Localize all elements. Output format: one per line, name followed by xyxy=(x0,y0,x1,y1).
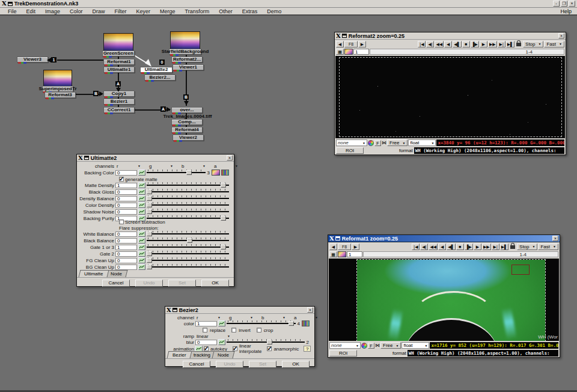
value-field[interactable]: 0 xyxy=(115,265,137,270)
channel-select-r[interactable]: r▼ xyxy=(115,164,142,169)
free-select[interactable]: Free▼ xyxy=(387,139,408,146)
value-field[interactable]: 0 xyxy=(115,258,137,263)
f8-button[interactable]: F8 xyxy=(338,243,351,250)
node-ultimatte2[interactable]: Ultimatte2 xyxy=(140,67,172,73)
lock-icon[interactable] xyxy=(516,43,521,46)
panel-titlebar[interactable]: X Ultimatte2 × xyxy=(77,155,234,162)
transport-button[interactable]: ■ xyxy=(462,41,470,47)
colorwheel-icon[interactable] xyxy=(368,140,374,146)
timeline[interactable]: 1-4 xyxy=(370,49,564,55)
tab-bezier[interactable]: Bezier xyxy=(167,351,192,358)
slider[interactable] xyxy=(147,231,229,237)
slider[interactable] xyxy=(147,237,229,243)
channel-select-r[interactable]: r▼ xyxy=(195,315,222,320)
f-button[interactable]: F xyxy=(368,343,374,349)
slider[interactable] xyxy=(147,257,229,263)
node-superimposedtr[interactable]: SuperimposedTr xyxy=(42,86,73,92)
transport-button[interactable]: ▶▶ xyxy=(482,243,491,250)
slider-handle[interactable] xyxy=(147,196,152,201)
greenscreen-viewport[interactable]: WH (Wor xyxy=(329,259,559,341)
transport-button[interactable]: ▶ xyxy=(474,243,481,250)
slider[interactable] xyxy=(147,170,206,176)
transport-button[interactable]: ▶ xyxy=(480,41,487,47)
thumbnail-icon[interactable] xyxy=(338,251,346,257)
close-icon[interactable]: × xyxy=(307,307,313,313)
ultimatte2-panel[interactable]: X Ultimatte2 × channels r▼g▼b▼a▼ Backing… xyxy=(76,154,234,287)
transport-button[interactable]: ▶| xyxy=(492,243,499,250)
curve-button[interactable] xyxy=(138,209,145,215)
transport-button[interactable]: ◀▌ xyxy=(447,243,455,250)
slider[interactable] xyxy=(147,209,229,215)
set-button[interactable]: Set xyxy=(249,361,276,368)
slider[interactable] xyxy=(147,264,229,270)
transport-button[interactable]: ▶▶ xyxy=(488,41,497,47)
transport-button[interactable]: ▶▌ xyxy=(500,243,508,250)
undo-button[interactable]: Undo xyxy=(135,280,163,287)
close-icon[interactable]: × xyxy=(558,33,564,38)
lut-select[interactable]: none▼ xyxy=(336,139,367,146)
lut-select[interactable]: none▼ xyxy=(329,342,361,349)
slider-handle[interactable] xyxy=(147,258,152,263)
slider-handle[interactable] xyxy=(147,265,152,269)
slider-handle[interactable] xyxy=(288,321,294,326)
bezier2-panel[interactable]: X Bezier2 × channel r▼g▼b▼a▼ color 1 4 r… xyxy=(165,306,315,367)
colorwheel-icon[interactable] xyxy=(361,343,367,349)
datatype-select[interactable]: float▼ xyxy=(408,139,436,146)
node-starfieldbackground[interactable]: StarfieldBackground xyxy=(169,49,201,55)
viewer-titlebar[interactable]: X Reformat2 zoom=0.25 × xyxy=(335,32,566,40)
next-view-button[interactable]: ▶ xyxy=(352,243,359,250)
transport-button[interactable]: ◀▌ xyxy=(453,41,461,47)
grid-button[interactable] xyxy=(221,170,229,176)
transport-button[interactable]: ◀| xyxy=(420,243,428,250)
node-comp[interactable]: Comp... xyxy=(171,119,203,125)
frame-field[interactable]: 1 xyxy=(353,49,369,55)
next-view-button[interactable]: ▶ xyxy=(358,41,366,47)
node-reformat3[interactable]: Reformat3 xyxy=(44,92,76,98)
viewer-window-reformat2[interactable]: X Reformat2 zoom=0.25 × ◀ F8 ▶ |◀◀|◀◀◀◀▌… xyxy=(334,32,566,155)
slider-handle[interactable] xyxy=(186,170,192,175)
slider-handle[interactable] xyxy=(147,231,152,236)
value-field[interactable]: 0 xyxy=(115,251,137,257)
grid-button[interactable] xyxy=(302,320,310,326)
value-field[interactable]: 0 xyxy=(115,170,137,176)
playback-speed-select[interactable]: Fast▼ xyxy=(538,243,558,250)
panel-titlebar[interactable]: X Bezier2 × xyxy=(165,307,314,314)
value-field[interactable]: 0 xyxy=(115,196,137,201)
transport-button[interactable]: ◀| xyxy=(426,41,434,47)
slider-handle[interactable] xyxy=(221,245,226,250)
transport-button[interactable]: ▐▶ xyxy=(465,243,473,250)
thumbnail-icon[interactable] xyxy=(344,49,353,55)
slider[interactable] xyxy=(147,195,229,201)
value-field[interactable]: 0 xyxy=(115,231,137,237)
slider[interactable] xyxy=(227,320,296,326)
slider-handle[interactable] xyxy=(147,209,152,214)
slider-handle[interactable] xyxy=(147,251,152,256)
ramp-select[interactable]: linear▼ xyxy=(195,334,231,339)
generate-matte-checkbox[interactable] xyxy=(119,177,124,182)
roi-button[interactable]: ROI xyxy=(336,147,364,154)
starfield-viewport[interactable] xyxy=(335,56,565,138)
curve-button[interactable] xyxy=(138,237,145,243)
stop-select[interactable]: Stop▼ xyxy=(523,41,543,47)
node-over[interactable]: over... xyxy=(171,107,203,113)
help-button[interactable]: ? xyxy=(304,346,311,352)
transport-button[interactable]: |◀ xyxy=(412,243,420,250)
channel-select-g[interactable]: g▼ xyxy=(148,164,174,169)
node-greenscreen[interactable]: GreenScreen xyxy=(102,51,135,57)
slider-handle[interactable] xyxy=(147,189,152,194)
transport-button[interactable]: |◀ xyxy=(418,41,426,47)
ok-button[interactable]: OK xyxy=(201,280,229,287)
channel-select-b[interactable]: b▼ xyxy=(260,315,287,320)
transport-button[interactable]: ◀ xyxy=(438,243,446,250)
channel-select-b[interactable]: b▼ xyxy=(180,164,207,169)
node-viewer3[interactable]: Viewer3 xyxy=(17,57,48,63)
node-bezier1[interactable]: Bezier1 xyxy=(103,99,135,105)
playback-speed-select[interactable]: Fast▼ xyxy=(544,41,564,47)
cancel-button[interactable]: Cancel xyxy=(102,280,130,287)
value-field[interactable]: 1 xyxy=(115,183,137,188)
transport-button[interactable]: ▶▌ xyxy=(506,41,514,47)
stop-select[interactable]: Stop▼ xyxy=(517,243,537,250)
prev-view-button[interactable]: ◀ xyxy=(336,41,344,47)
node-ccorrect1[interactable]: CCorrect1 xyxy=(103,107,135,113)
swatch-button[interactable] xyxy=(212,170,220,176)
